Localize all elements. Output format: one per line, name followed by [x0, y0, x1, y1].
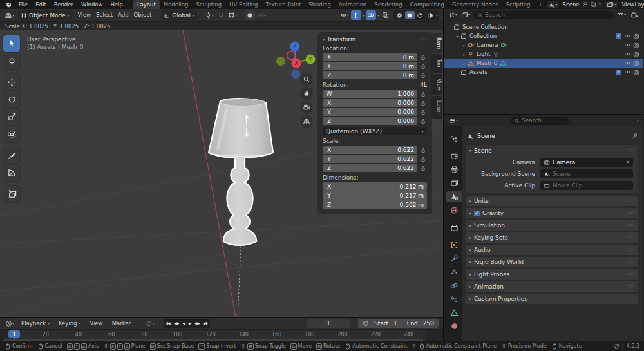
- sidebar-tab-laser[interactable]: Laser: [431, 96, 442, 119]
- workspace-tab-modeling[interactable]: Modeling: [160, 0, 193, 9]
- include-checkbox[interactable]: ✓: [616, 33, 621, 39]
- panel-simulation[interactable]: ▸Simulation∷∷: [466, 220, 638, 231]
- outliner-row-camera[interactable]: ▸Camera: [444, 41, 643, 50]
- workspace-tab-compositing[interactable]: Compositing: [406, 0, 448, 9]
- properties-tab-tool[interactable]: [446, 133, 462, 144]
- render-toggle-camera-icon[interactable]: [633, 33, 639, 39]
- tool-cursor[interactable]: [3, 53, 20, 69]
- workspace-tab-animation[interactable]: Animation: [335, 0, 370, 9]
- gizmo-minus-z-axis[interactable]: [291, 70, 300, 79]
- outliner-editor-button[interactable]: ▾: [448, 10, 458, 20]
- dimensions-x-field[interactable]: X0.212 m: [323, 182, 427, 191]
- viewport-3d[interactable]: User Perspective (1) Assets | Mesh_0 Z Y: [0, 30, 443, 317]
- tool-add-cube[interactable]: [3, 186, 20, 202]
- hide-toggle-eye-icon[interactable]: [624, 60, 630, 66]
- properties-tab-physics[interactable]: [446, 280, 462, 291]
- tool-move[interactable]: [3, 74, 20, 90]
- drag-handle-icon[interactable]: ∷∷: [627, 296, 634, 301]
- drag-handle-icon[interactable]: ∷∷: [627, 247, 634, 252]
- drag-handle-icon[interactable]: ∷∷: [627, 235, 634, 240]
- workspace-tab-geometry-nodes[interactable]: Geometry Nodes: [448, 0, 502, 9]
- rotation-w-field[interactable]: W1.000: [323, 90, 417, 98]
- properties-editor-button[interactable]: ▾: [448, 116, 459, 126]
- properties-tab-material[interactable]: [446, 321, 462, 332]
- lock-icon[interactable]: [419, 63, 427, 70]
- display-mode-dropdown[interactable]: ▾: [460, 10, 471, 20]
- lock-icon[interactable]: [419, 109, 427, 115]
- delete-scene-icon[interactable]: ✕: [598, 2, 602, 7]
- workspace-tab-scripting[interactable]: Scripting: [502, 0, 535, 9]
- rotation-x-field[interactable]: X0.000: [323, 99, 417, 107]
- drag-handle-icon[interactable]: ∷∷: [627, 148, 634, 153]
- object-visibility-dropdown[interactable]: ▾: [339, 10, 350, 20]
- active-clip-field[interactable]: Movie Clip: [540, 181, 633, 190]
- drag-handle-icon[interactable]: ∷∷: [627, 284, 634, 289]
- rotation-mode-dropdown[interactable]: Quaternion (WXYZ)▾: [323, 127, 427, 135]
- hide-toggle-eye-icon[interactable]: [624, 42, 630, 48]
- falloff-dropdown[interactable]: ▾: [256, 10, 267, 20]
- viewport-pan-button[interactable]: [300, 87, 313, 100]
- auto-keying-toggle[interactable]: ○▾: [146, 320, 155, 327]
- shading-material-button[interactable]: [415, 11, 425, 19]
- overlays-toggle[interactable]: [366, 10, 376, 20]
- properties-tab-object[interactable]: [446, 240, 462, 251]
- tool-measure[interactable]: [3, 165, 20, 181]
- properties-search-input[interactable]: [522, 117, 565, 124]
- menu-edit[interactable]: Edit: [32, 1, 50, 9]
- timeline-menu-marker[interactable]: Marker: [111, 319, 132, 328]
- snap-toggle-button[interactable]: [216, 10, 226, 20]
- lock-icon[interactable]: [419, 165, 427, 171]
- drag-handle-icon[interactable]: ∷∷: [627, 211, 634, 216]
- outliner-row-mesh_0[interactable]: ▸Mesh_0: [444, 59, 643, 68]
- proportional-editing-button[interactable]: [245, 10, 255, 20]
- expand-icon[interactable]: ▸: [461, 61, 468, 66]
- tool-scale[interactable]: [3, 109, 20, 125]
- hide-toggle-eye-icon[interactable]: [624, 69, 630, 75]
- workspace-tab-texture-paint[interactable]: Texture Paint: [262, 0, 305, 9]
- filter-dropdown[interactable]: ▾: [616, 10, 627, 20]
- snap-target-dropdown[interactable]: ▾: [227, 10, 238, 20]
- outliner-row-assets[interactable]: Assets✓: [444, 68, 643, 77]
- render-toggle-camera-icon[interactable]: [633, 60, 639, 66]
- properties-search[interactable]: [510, 117, 569, 125]
- panel-animation[interactable]: ▸Animation∷∷: [466, 281, 638, 292]
- playhead[interactable]: 1: [8, 330, 20, 338]
- drag-handle-icon[interactable]: ∷∷: [420, 37, 427, 42]
- new-collection-button[interactable]: [629, 10, 639, 20]
- properties-tab-particles[interactable]: [446, 267, 462, 278]
- jump-to-start-button[interactable]: ▮◀: [166, 321, 171, 325]
- outliner-row-scene-collection[interactable]: Scene Collection: [444, 23, 643, 32]
- scale-y-field[interactable]: Y0.622: [323, 155, 417, 163]
- workspace-tab-layout[interactable]: Layout: [133, 0, 160, 9]
- location-y-field[interactable]: Y0 m: [323, 62, 417, 70]
- play-button[interactable]: ▶: [188, 321, 192, 325]
- timeline-menu-view[interactable]: View: [89, 319, 104, 328]
- properties-options-icon[interactable]: ▾: [637, 119, 639, 122]
- xray-toggle[interactable]: [381, 10, 391, 20]
- viewport-menu-select[interactable]: Select: [93, 11, 115, 19]
- properties-tab-data[interactable]: [446, 307, 462, 318]
- sidebar-tab-tool[interactable]: Tool: [431, 54, 442, 73]
- hide-toggle-eye-icon[interactable]: [624, 33, 630, 39]
- panel-light-probes[interactable]: ▸Light Probes∷∷: [466, 269, 638, 280]
- mode-dropdown[interactable]: Object Mode ▾: [18, 10, 72, 20]
- transform-panel-header[interactable]: ▾ Transform ∷∷: [323, 36, 427, 43]
- lock-icon[interactable]: [419, 100, 427, 106]
- new-scene-icon[interactable]: [590, 1, 596, 8]
- location-z-field[interactable]: Z0 m: [323, 71, 417, 79]
- scene-selector[interactable]: Scene ✕: [561, 1, 604, 8]
- jump-to-end-button[interactable]: ▶▮: [203, 321, 208, 325]
- viewport-zoom-button[interactable]: [300, 73, 313, 86]
- panel-keying-sets[interactable]: ▸Keying Sets∷∷: [466, 232, 638, 243]
- outliner-search[interactable]: [473, 11, 614, 19]
- pin-icon[interactable]: [632, 133, 638, 139]
- workspace-tab-rendering[interactable]: Rendering: [370, 0, 406, 9]
- lock-icon[interactable]: [419, 91, 427, 97]
- include-checkbox[interactable]: ✓: [616, 70, 621, 75]
- panel-rigid-body-world[interactable]: ▸Rigid Body World∷∷: [466, 257, 638, 267]
- viewlayer-browse-button[interactable]: ▾: [605, 1, 618, 8]
- dimensions-y-field[interactable]: Y0.217 m: [323, 191, 427, 200]
- tool-rotate[interactable]: [3, 91, 20, 108]
- properties-tab-viewlayer[interactable]: [446, 178, 462, 189]
- scene-panel-header[interactable]: ▾ Scene ∷∷: [466, 146, 638, 155]
